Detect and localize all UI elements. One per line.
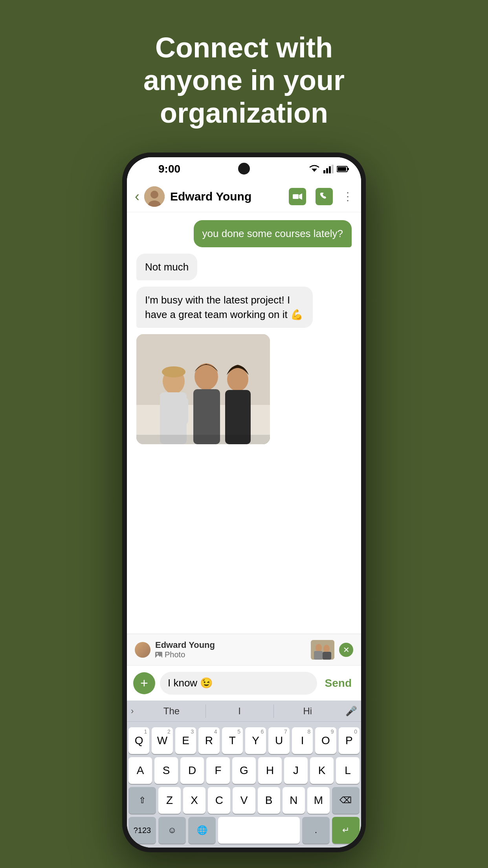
hero-title: Connect with anyone in your organization <box>67 0 421 153</box>
key-q[interactable]: 1Q <box>128 727 149 754</box>
message-text: Not much <box>145 261 189 273</box>
svg-rect-23 <box>136 435 270 444</box>
key-b[interactable]: B <box>258 787 280 814</box>
message-input[interactable]: I know 😉 <box>160 672 317 695</box>
reply-preview-bar: Edward Young Photo ✕ <box>127 634 361 665</box>
key-s[interactable]: S <box>154 757 178 784</box>
input-bar: + I know 😉 Send <box>127 665 361 701</box>
suggestion-hi[interactable]: Hi <box>274 706 341 717</box>
status-icons <box>308 165 349 173</box>
close-reply-button[interactable]: ✕ <box>339 643 353 657</box>
key-g[interactable]: G <box>232 757 256 784</box>
wifi-icon <box>308 165 320 173</box>
svg-point-16 <box>162 366 185 377</box>
svg-point-9 <box>150 191 158 199</box>
svg-point-29 <box>323 645 330 653</box>
svg-point-25 <box>156 653 158 655</box>
chat-header: ‹ Edward Young <box>127 181 361 212</box>
key-emoji[interactable]: ☺ <box>158 817 186 844</box>
key-a[interactable]: A <box>128 757 152 784</box>
back-button[interactable]: ‹ <box>135 188 139 205</box>
key-j[interactable]: J <box>284 757 308 784</box>
key-period[interactable]: . <box>302 817 330 844</box>
svg-marker-12 <box>299 193 302 200</box>
send-button[interactable]: Send <box>322 677 355 690</box>
key-f[interactable]: F <box>206 757 230 784</box>
key-i[interactable]: 8I <box>292 727 313 754</box>
svg-marker-0 <box>312 169 317 172</box>
key-k[interactable]: K <box>310 757 334 784</box>
plus-icon: + <box>140 675 148 691</box>
avatar <box>144 186 165 207</box>
message-text: I'm busy with the latest project! I have… <box>145 294 303 320</box>
svg-rect-1 <box>323 170 325 173</box>
battery-icon <box>337 166 349 173</box>
svg-rect-11 <box>293 194 299 199</box>
keyboard: 1Q 2W 3E 4R 5T 6Y 7U 8I 9O 0P A S D F G … <box>127 722 361 848</box>
key-y[interactable]: 6Y <box>245 727 266 754</box>
key-m[interactable]: M <box>307 787 330 814</box>
phone-call-button[interactable] <box>316 188 333 205</box>
svg-rect-31 <box>323 652 331 660</box>
key-num-switch[interactable]: ?123 <box>128 817 156 844</box>
svg-rect-18 <box>180 397 188 425</box>
svg-rect-4 <box>332 165 334 173</box>
video-call-button[interactable] <box>289 188 306 205</box>
reply-sender-name: Edward Young <box>155 640 311 650</box>
key-t[interactable]: 5T <box>222 727 243 754</box>
key-globe[interactable]: 🌐 <box>188 817 216 844</box>
svg-rect-6 <box>347 168 349 170</box>
key-return[interactable]: ↵ <box>332 817 360 844</box>
phone-shell: 9:00 <box>122 153 366 852</box>
key-space[interactable] <box>218 817 300 844</box>
status-time: 9:00 <box>158 163 180 175</box>
key-backspace[interactable]: ⌫ <box>332 787 360 814</box>
svg-rect-30 <box>314 651 323 660</box>
reply-avatar <box>135 642 150 658</box>
key-z[interactable]: Z <box>158 787 181 814</box>
svg-rect-2 <box>326 168 328 173</box>
more-options-button[interactable]: ⋮ <box>342 190 353 203</box>
input-text: I know 😉 <box>168 677 213 689</box>
suggestion-the[interactable]: The <box>138 706 205 717</box>
chevron-icon: › <box>131 706 134 716</box>
key-h[interactable]: H <box>258 757 282 784</box>
key-o[interactable]: 9O <box>315 727 336 754</box>
mic-icon[interactable]: 🎤 <box>345 706 357 717</box>
photo-message <box>136 334 270 444</box>
key-n[interactable]: N <box>283 787 305 814</box>
keyboard-row-2: A S D F G H J K L <box>127 756 361 785</box>
keyboard-row-1: 1Q 2W 3E 4R 5T 6Y 7U 8I 9O 0P <box>127 726 361 756</box>
avatar-face <box>144 186 165 207</box>
message-received-1: Not much <box>136 254 197 280</box>
svg-rect-3 <box>329 166 331 173</box>
close-icon: ✕ <box>343 645 350 655</box>
key-w[interactable]: 2W <box>152 727 172 754</box>
svg-point-28 <box>316 644 322 652</box>
suggestion-i[interactable]: I <box>206 706 273 717</box>
key-c[interactable]: C <box>208 787 230 814</box>
camera-cutout <box>238 163 250 175</box>
keyboard-suggestions: › The I Hi 🎤 <box>127 701 361 722</box>
phone-screen: 9:00 <box>127 157 361 848</box>
key-r[interactable]: 4R <box>198 727 219 754</box>
svg-point-19 <box>194 363 218 390</box>
key-shift[interactable]: ⇧ <box>128 787 156 814</box>
reply-thumbnail <box>311 640 334 660</box>
svg-rect-7 <box>338 167 346 171</box>
key-x[interactable]: X <box>183 787 205 814</box>
key-d[interactable]: D <box>180 757 204 784</box>
key-v[interactable]: V <box>233 787 255 814</box>
photo-image <box>136 334 270 444</box>
chat-area: you done some courses lately? Not much I… <box>127 212 361 634</box>
add-attachment-button[interactable]: + <box>133 672 155 694</box>
key-l[interactable]: L <box>336 757 360 784</box>
keyboard-row-4: ?123 ☺ 🌐 . ↵ <box>127 815 361 845</box>
key-e[interactable]: 3E <box>175 727 196 754</box>
key-u[interactable]: 7U <box>268 727 289 754</box>
key-p[interactable]: 0P <box>339 727 360 754</box>
message-received-2: I'm busy with the latest project! I have… <box>136 287 313 328</box>
contact-name: Edward Young <box>170 190 289 203</box>
header-actions: ⋮ <box>289 188 353 205</box>
reply-info: Edward Young Photo <box>155 640 311 659</box>
